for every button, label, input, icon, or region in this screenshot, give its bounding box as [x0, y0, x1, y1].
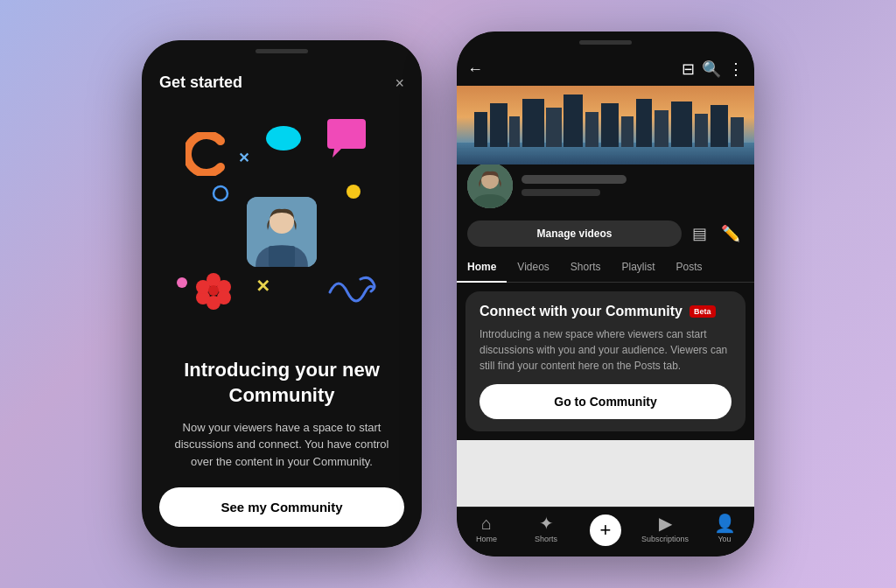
yellow-dot-shape: [346, 185, 360, 199]
center-photo: [247, 197, 317, 267]
intro-body: Now your viewers have a space to start d…: [168, 419, 396, 471]
popup-header: Connect with your Community Beta: [480, 304, 732, 319]
channel-tabs: Home Videos Shorts Playlist Posts: [457, 252, 754, 283]
modal-header: Get started ×: [159, 66, 404, 92]
add-button[interactable]: +: [590, 514, 621, 546]
channel-sub-placeholder: [522, 189, 600, 196]
go-to-community-button[interactable]: Go to Community: [480, 384, 732, 419]
popup-body: Introducing a new space where viewers ca…: [480, 326, 732, 374]
intro-text-block: Introducing your new Community Now your …: [159, 358, 404, 470]
channel-feed: [457, 440, 754, 507]
you-nav-icon: 👤: [714, 514, 736, 532]
top-nav: ← ⊟ 🔍 ⋮: [457, 56, 754, 86]
subscriptions-nav-label: Subscriptions: [641, 535, 689, 543]
banner-city-image: [457, 86, 754, 164]
left-phone: Get started ×: [142, 40, 422, 548]
illustration-area: ✕: [159, 106, 404, 358]
tab-posts[interactable]: Posts: [666, 252, 713, 282]
svg-rect-28: [731, 117, 744, 147]
channel-text-block: [522, 172, 744, 196]
popup-title: Connect with your Community: [480, 304, 682, 319]
bottom-nav-home[interactable]: ⌂ Home: [457, 514, 516, 546]
svg-rect-21: [601, 103, 619, 147]
blue-x-shape: ✕: [238, 150, 249, 166]
svg-point-10: [196, 280, 210, 294]
svg-point-1: [214, 186, 228, 200]
tab-shorts[interactable]: Shorts: [560, 252, 612, 282]
svg-point-0: [266, 126, 301, 150]
svg-rect-16: [509, 116, 520, 147]
you-nav-label: You: [718, 535, 731, 543]
bottom-nav-you[interactable]: 👤 You: [695, 514, 754, 546]
bottom-nav-subscriptions[interactable]: ▶ Subscriptions: [635, 514, 695, 546]
red-flower-shape: [194, 271, 233, 310]
tab-videos[interactable]: Videos: [507, 252, 559, 282]
svg-rect-4: [269, 246, 295, 267]
svg-rect-17: [522, 99, 544, 147]
search-icon[interactable]: 🔍: [702, 60, 721, 79]
svg-rect-14: [474, 112, 487, 147]
svg-rect-19: [564, 94, 583, 147]
svg-rect-24: [654, 110, 668, 147]
manage-bar: Manage videos ▤ ✏️: [457, 215, 754, 252]
intro-heading: Introducing your new Community: [168, 358, 396, 408]
cyan-blob-shape: [264, 123, 303, 153]
svg-rect-20: [585, 112, 598, 147]
svg-point-11: [208, 285, 219, 296]
pink-bubble-shape: [324, 119, 369, 158]
svg-rect-22: [621, 116, 634, 147]
blue-circle-shape: [212, 185, 229, 202]
yellow-x-shape: ✕: [256, 276, 270, 297]
more-icon[interactable]: ⋮: [728, 60, 744, 79]
channel-avatar: [467, 163, 513, 208]
tab-playlist[interactable]: Playlist: [612, 252, 666, 282]
home-nav-icon: ⌂: [481, 514, 492, 532]
modal-title: Get started: [159, 74, 242, 92]
bottom-nav-shorts[interactable]: ✦ Shorts: [516, 514, 576, 546]
close-button[interactable]: ×: [395, 75, 404, 91]
svg-rect-23: [636, 99, 652, 147]
manage-videos-button[interactable]: Manage videos: [467, 220, 682, 247]
see-community-button[interactable]: See my Community: [159, 487, 404, 527]
tab-home[interactable]: Home: [457, 252, 507, 282]
subscriptions-nav-icon: ▶: [659, 514, 672, 532]
blue-squiggle-shape: [326, 270, 378, 314]
cast-icon[interactable]: ⊟: [682, 60, 695, 79]
channel-name-placeholder: [522, 175, 626, 184]
pink-dot-shape: [177, 277, 187, 288]
right-phone: ← ⊟ 🔍 ⋮: [457, 32, 754, 556]
edit-icon-button[interactable]: ✏️: [718, 220, 744, 247]
bottom-nav: ⌂ Home ✦ Shorts + ▶ Subscriptions 👤 You: [457, 507, 754, 556]
analytics-icon-button[interactable]: ▤: [689, 220, 710, 247]
beta-badge: Beta: [690, 305, 716, 318]
home-nav-label: Home: [476, 535, 497, 543]
back-icon[interactable]: ←: [467, 60, 483, 79]
orange-c-shape: [186, 132, 229, 176]
svg-rect-26: [695, 114, 708, 147]
svg-rect-25: [671, 102, 692, 147]
svg-rect-18: [546, 108, 562, 147]
channel-banner: [457, 86, 754, 164]
channel-info: [457, 164, 754, 215]
shorts-nav-label: Shorts: [535, 535, 557, 543]
svg-rect-27: [710, 105, 728, 147]
shorts-nav-icon: ✦: [539, 514, 554, 532]
svg-rect-15: [490, 103, 508, 147]
community-popup: Connect with your Community Beta Introdu…: [466, 291, 746, 431]
status-bar: [457, 32, 754, 56]
bottom-nav-add[interactable]: +: [576, 514, 635, 546]
